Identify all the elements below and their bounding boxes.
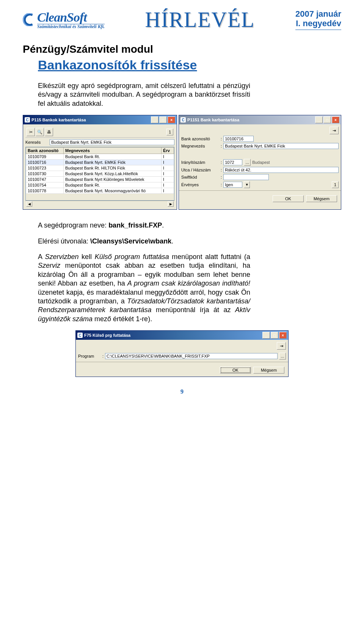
- scroll-left-icon[interactable]: ◀: [26, 201, 32, 207]
- page-number: 9: [23, 388, 341, 395]
- article-title: Bankazonosítók frissítése: [38, 58, 341, 72]
- table-row[interactable]: 10100747Budapest Bank Nyrt Különleges Mű…: [26, 177, 174, 182]
- col-bank-id[interactable]: Bank azonosító: [26, 148, 64, 154]
- header-date: 2007 január I. negyedév: [295, 9, 341, 30]
- dialog-run-external: C F75 Külső prg futtatása _ □ × ⇥ Progra…: [75, 330, 289, 377]
- maximize-button[interactable]: □: [271, 332, 278, 339]
- window-icon: C: [77, 333, 83, 338]
- field-label-program: Program: [78, 354, 101, 358]
- window-icon: C: [25, 117, 30, 122]
- dropdown-arrow-icon[interactable]: ▼: [244, 181, 250, 188]
- page-number-box: 1: [166, 129, 173, 135]
- ok-button[interactable]: OK: [273, 195, 304, 202]
- bank-table[interactable]: Bank azonosító Megnevezés Érv 10100709Bu…: [26, 147, 174, 194]
- col-name[interactable]: Megnevezés: [64, 148, 162, 154]
- field-label-bank-id: Bank azonosító: [181, 137, 219, 141]
- logo-subtitle: Számítástechnikai és Számviteli Kft.: [37, 24, 105, 29]
- dialog-bank-detail: C P1151 Bank karbantartása _ □ × ⇥ Bank …: [179, 115, 341, 210]
- pin-icon[interactable]: ⇥: [329, 127, 339, 134]
- paragraph-3: Elérési útvonala: \Cleansys\Service\wban…: [38, 237, 250, 246]
- screenshot-row: C P115 Bankok karbantartása _ □ × ✂ 🔍 🖶 …: [23, 115, 341, 210]
- window-title: F75 Külső prg futtatása: [84, 333, 130, 338]
- dialog-bank-list: C P115 Bankok karbantartása _ □ × ✂ 🔍 🖶 …: [23, 115, 177, 210]
- toolbar-cut-icon[interactable]: ✂: [27, 128, 35, 136]
- close-button[interactable]: ×: [332, 116, 339, 123]
- logo: CleanSoft Számítástechnikai és Számvitel…: [23, 11, 105, 29]
- paragraph-1: Elkészült egy apró segédprogram, amit cé…: [38, 82, 250, 108]
- table-row[interactable]: 10100723Budapest Bank Rt. HILTON FiókI: [26, 165, 174, 171]
- minimize-button[interactable]: _: [262, 332, 270, 339]
- paragraph-4: A Szervizben kell Külső program futtatás…: [38, 253, 250, 323]
- section-tag: Pénzügy/Számvitel modul: [23, 43, 341, 55]
- input-street[interactable]: [223, 167, 339, 173]
- paragraph-2: A segédprogram neve: bank_frissit.FXP.: [38, 221, 250, 230]
- field-label-name: Megnevezés: [181, 144, 219, 148]
- field-label-street: Utca / Házszám: [181, 168, 219, 172]
- masthead-title: HÍRLEVÉL: [105, 8, 295, 32]
- window-titlebar: C P1151 Bank karbantartása _ □ ×: [179, 115, 341, 124]
- table-row[interactable]: 10100754Budapest Bank Rt.I: [26, 182, 174, 188]
- window-title: P1151 Bank karbantartása: [187, 118, 239, 122]
- window-titlebar: C F75 Külső prg futtatása _ □ ×: [76, 331, 288, 340]
- input-program-path[interactable]: [105, 353, 278, 359]
- minimize-button[interactable]: _: [315, 116, 323, 123]
- ok-button[interactable]: OK: [220, 367, 251, 374]
- field-label-zip: Irányítószám: [181, 160, 219, 165]
- window-titlebar: C P115 Bankok karbantartása _ □ ×: [23, 115, 177, 124]
- table-row[interactable]: 10100778Budapest Bank Nyrt. Mosonmagyaró…: [26, 188, 174, 194]
- logo-name: CleanSoft: [37, 11, 105, 24]
- city-label: Budapest: [252, 160, 270, 165]
- col-valid[interactable]: Érv: [162, 148, 174, 154]
- pin-icon[interactable]: ⇥: [277, 342, 286, 350]
- maximize-button[interactable]: □: [323, 116, 331, 123]
- input-bank-id[interactable]: [223, 136, 254, 142]
- input-zip[interactable]: [223, 159, 242, 165]
- cancel-button[interactable]: Mégsem: [253, 367, 284, 374]
- close-button[interactable]: ×: [168, 116, 175, 123]
- page-number-box: 1: [332, 181, 339, 188]
- browse-button[interactable]: …: [279, 353, 286, 360]
- table-row[interactable]: 10100730Budapest Bank Nyrt. Közp.Lak.Hit…: [26, 171, 174, 177]
- cancel-button[interactable]: Mégsem: [306, 195, 337, 202]
- toolbar-print-icon[interactable]: 🖶: [45, 128, 53, 136]
- field-label-valid: Érvényes: [181, 182, 219, 187]
- window-title: P115 Bankok karbantartása: [31, 118, 86, 122]
- input-swift[interactable]: [223, 174, 269, 180]
- zip-lookup-button[interactable]: …: [244, 159, 251, 166]
- scroll-right-icon[interactable]: ▶: [168, 201, 174, 207]
- table-row[interactable]: 10100709Budapest Bank Rt.I: [26, 154, 174, 160]
- field-label-swift: Swiftkód: [181, 175, 219, 179]
- close-button[interactable]: ×: [279, 332, 287, 339]
- minimize-button[interactable]: _: [151, 116, 158, 123]
- header-date-quarter: I. negyedév: [296, 19, 341, 28]
- toolbar-find-icon[interactable]: 🔍: [36, 128, 44, 136]
- input-name[interactable]: [223, 143, 339, 149]
- header-date-month: 2007 január: [295, 9, 341, 19]
- select-valid[interactable]: [223, 182, 242, 188]
- toolbar: ✂ 🔍 🖶 1: [25, 127, 174, 138]
- window-icon: C: [180, 117, 186, 122]
- table-row[interactable]: 10100716Budapest Bank Nyrt. EMKE FiókI: [26, 160, 174, 165]
- search-label: Keresés: [25, 140, 48, 144]
- search-input[interactable]: [50, 139, 174, 145]
- page-header: CleanSoft Számítástechnikai és Számvitel…: [23, 8, 341, 32]
- horizontal-scrollbar[interactable]: ◀ ▶: [25, 201, 174, 207]
- logo-mark-icon: [23, 13, 36, 26]
- maximize-button[interactable]: □: [159, 116, 167, 123]
